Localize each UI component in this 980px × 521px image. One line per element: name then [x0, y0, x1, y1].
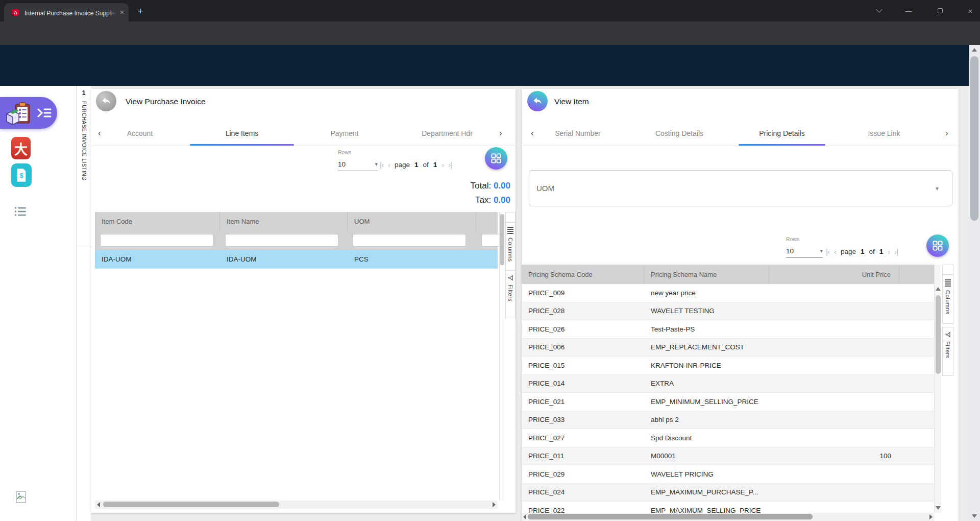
hscroll-left-icon[interactable]	[523, 514, 526, 519]
pricing-schema-row[interactable]: PRICE_021 EMP_MINIMUM_SELLING_PRICE	[522, 393, 934, 411]
tab-pricing-details[interactable]: Pricing Details	[759, 129, 804, 137]
new-tab-icon[interactable]: +	[135, 6, 146, 17]
page-scroll-down-icon[interactable]	[972, 514, 977, 518]
next-page-icon[interactable]: ›	[888, 247, 890, 256]
grid-view-icon	[491, 153, 502, 164]
next-page-icon[interactable]: ›	[442, 160, 444, 169]
cell-pricing-schema-name: EMP_REPLACEMENT_COST	[644, 339, 769, 357]
browser-tab[interactable]: A Internal Purchase Invoice Supplie ×	[4, 3, 129, 21]
left-table-vscrollbar[interactable]	[499, 212, 504, 501]
pricing-vscroll-thumb[interactable]	[936, 295, 941, 374]
pricing-schema-row[interactable]: PRICE_033 abhi ps 2	[522, 411, 934, 430]
pricing-schema-row[interactable]: PRICE_006 EMP_REPLACEMENT_COST	[522, 339, 934, 357]
tab-search-chevron-icon[interactable]	[875, 7, 883, 15]
tabs-scroll-left-icon[interactable]: ‹	[531, 128, 534, 138]
pricing-schema-row[interactable]: PRICE_009 new year price	[522, 284, 934, 302]
tabs-scroll-right-icon[interactable]: ›	[499, 128, 502, 138]
filters-side-tab[interactable]: Filters	[505, 270, 516, 318]
filters-funnel-icon	[507, 275, 513, 281]
tab-serial-number[interactable]: Serial Number	[555, 129, 600, 137]
column-header-unit-price: Unit Price	[769, 265, 899, 284]
columns-side-tab[interactable]: Columns	[505, 222, 516, 270]
grid-view-button[interactable]	[926, 234, 949, 257]
line-item-row-selected[interactable]: IDA-UOM IDA-UOM PCS	[95, 250, 498, 269]
tabs-scroll-left-icon[interactable]: ‹	[98, 128, 101, 138]
tab-payment[interactable]: Payment	[330, 129, 358, 137]
left-table-hscrollbar[interactable]	[95, 501, 498, 509]
tab-costing-details[interactable]: Costing Details	[655, 129, 703, 137]
rows-per-page-select[interactable]: 10 ▾	[338, 158, 378, 171]
last-page-icon[interactable]: ›|	[894, 247, 898, 256]
first-page-icon[interactable]: |‹	[380, 160, 383, 169]
hscroll-left-icon[interactable]	[97, 502, 100, 507]
last-page-icon[interactable]: ›|	[448, 160, 452, 169]
left-table-vscroll-thumb[interactable]	[500, 214, 504, 265]
uom-filter-input[interactable]	[353, 234, 466, 247]
tab-title: Internal Purchase Invoice Supplie	[24, 10, 115, 18]
close-window-icon[interactable]: ×	[966, 7, 974, 15]
sidebar-expand-icon[interactable]	[37, 107, 52, 119]
extra-filter-input[interactable]	[481, 234, 502, 247]
uom-dropdown[interactable]: UOM ▾	[529, 170, 952, 206]
pricing-schema-row[interactable]: PRICE_027 Spd Discount	[522, 429, 934, 447]
pricing-schema-row[interactable]: PRICE_024 EMP_MAXIMUM_PURCHASE_P...	[522, 484, 934, 502]
first-page-icon[interactable]: |‹	[826, 247, 829, 256]
pricing-table-header: Pricing Schema Code Pricing Schema Name …	[522, 265, 934, 284]
restore-window-icon[interactable]	[936, 7, 944, 15]
page-scroll-thumb[interactable]	[970, 56, 978, 221]
back-button[interactable]	[527, 91, 548, 111]
cell-pricing-schema-name: KRAFTON-INR-PRICE	[644, 357, 769, 374]
browser-titlebar: A Internal Purchase Invoice Supplie × + …	[0, 0, 980, 21]
pricing-schema-row[interactable]: PRICE_029 WAVELET PRICING	[522, 465, 934, 484]
columns-side-tab[interactable]: Columns	[942, 275, 953, 324]
rows-label: Rows	[338, 149, 351, 155]
list-icon[interactable]	[14, 206, 27, 219]
prev-page-icon[interactable]: ‹	[388, 160, 390, 169]
pricing-schema-row[interactable]: PRICE_011 M00001 100	[522, 447, 934, 466]
cell-pricing-schema-name: Test-Paste-PS	[644, 320, 769, 338]
angular-favicon-icon: A	[11, 8, 20, 17]
svg-text:$: $	[20, 172, 23, 179]
pricing-schema-row[interactable]: PRICE_014 EXTRA	[522, 375, 934, 393]
grid-view-button[interactable]	[485, 147, 507, 170]
tab-close-icon[interactable]: ×	[117, 8, 127, 17]
current-page: 1	[414, 161, 419, 169]
app-icon-red[interactable]: 大	[11, 137, 31, 159]
svg-text:A: A	[14, 10, 17, 15]
applet-tab-label: PURCHASE INVOICE LISTING	[81, 101, 87, 181]
cell-unit-price: 100	[769, 447, 899, 465]
back-button[interactable]	[96, 91, 116, 111]
vscroll-up-icon[interactable]	[936, 287, 941, 291]
cell-pricing-schema-code: PRICE_011	[522, 447, 644, 465]
item-name-filter-input[interactable]	[225, 234, 338, 247]
item-code-filter-input[interactable]	[100, 234, 213, 247]
pagination: |‹ ‹ page 1 of 1 › ›|	[380, 160, 452, 169]
minimize-icon[interactable]: —	[904, 7, 913, 15]
dropdown-arrow-icon: ▾	[375, 161, 378, 168]
pricing-schema-row[interactable]: PRICE_015 KRAFTON-INR-PRICE	[522, 357, 934, 375]
pricing-schema-row[interactable]: PRICE_026 Test-Paste-PS	[522, 320, 934, 339]
tab-department-hdr[interactable]: Department Hdr	[422, 129, 473, 137]
tab-line-items[interactable]: Line Items	[226, 129, 259, 137]
tab-account[interactable]: Account	[127, 129, 153, 137]
pricing-table-vscrollbar[interactable]	[934, 265, 941, 513]
hscroll-right-icon[interactable]	[493, 502, 496, 507]
tabs-scroll-right-icon[interactable]: ›	[945, 128, 948, 138]
page-scroll-up-icon[interactable]	[972, 48, 977, 52]
left-hscroll-thumb[interactable]	[103, 502, 279, 507]
cell-pricing-schema-code: PRICE_027	[522, 429, 644, 447]
invoice-app-icon[interactable]: $	[11, 163, 32, 187]
filters-side-tab[interactable]: Filters	[942, 327, 953, 376]
view-item-panel: View Item ‹ Serial Number Costing Detail…	[522, 89, 959, 521]
prev-page-icon[interactable]: ‹	[834, 247, 836, 256]
pricing-hscroll-thumb[interactable]	[528, 514, 813, 519]
pricing-schema-row[interactable]: PRICE_028 WAVELET TESTING	[522, 302, 934, 321]
cell-pricing-schema-name: WAVELET PRICING	[644, 465, 769, 483]
tab-issue-link[interactable]: Issue Link	[868, 129, 900, 137]
hscroll-right-icon[interactable]	[929, 514, 933, 519]
dropdown-arrow-icon: ▾	[820, 248, 823, 254]
active-applet-pill[interactable]	[0, 97, 57, 129]
rows-per-page-select[interactable]: 10 ▾	[786, 245, 823, 258]
vscroll-down-icon[interactable]	[936, 506, 941, 510]
pricing-table-hscrollbar[interactable]	[522, 513, 934, 521]
